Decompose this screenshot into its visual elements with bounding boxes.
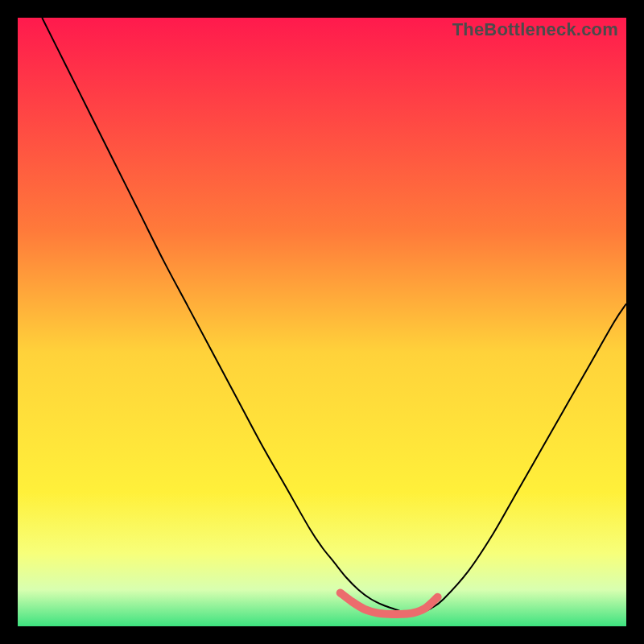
gradient-background	[18, 18, 626, 626]
watermark-text: TheBottleneck.com	[452, 19, 618, 40]
plot-area: TheBottleneck.com	[18, 18, 626, 626]
chart-svg	[18, 18, 626, 626]
chart-frame: TheBottleneck.com	[0, 0, 644, 644]
